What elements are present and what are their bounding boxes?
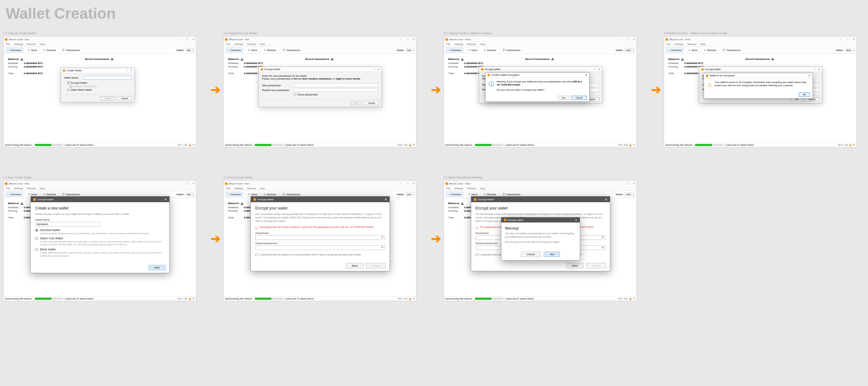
disable-keys-checkbox[interactable] bbox=[70, 85, 72, 88]
tab-send[interactable]: ➚Send bbox=[466, 192, 479, 197]
menu-file[interactable]: File bbox=[446, 187, 451, 190]
menu-settings[interactable]: Settings bbox=[234, 43, 243, 46]
menu-window[interactable]: Window bbox=[27, 43, 36, 46]
repeat-passphrase-input[interactable] bbox=[294, 88, 378, 92]
eye-icon[interactable]: 👁 bbox=[381, 246, 384, 249]
cancel-button[interactable]: Cancel bbox=[571, 96, 587, 100]
menu-window[interactable]: Window bbox=[247, 187, 256, 190]
maximize-icon[interactable]: □ bbox=[626, 38, 628, 41]
menu-window[interactable]: Window bbox=[27, 187, 36, 190]
ok-button[interactable]: OK bbox=[799, 92, 810, 97]
menu-file[interactable]: File bbox=[6, 187, 10, 190]
tab-overview[interactable]: ⌂Overview bbox=[225, 48, 243, 53]
close-icon[interactable]: ✕ bbox=[192, 38, 195, 41]
yes-button[interactable]: Yes bbox=[558, 96, 569, 100]
close-icon[interactable]: ✕ bbox=[192, 182, 195, 185]
close-icon[interactable]: ✕ bbox=[384, 198, 387, 201]
blank-wallet-checkbox[interactable] bbox=[67, 89, 70, 91]
create-button[interactable]: Create bbox=[100, 96, 115, 100]
acknowledge-checkbox[interactable] bbox=[255, 254, 258, 256]
tab-receive[interactable]: ➘Receive bbox=[702, 48, 718, 52]
menu-settings[interactable]: Settings bbox=[675, 43, 684, 46]
menu-window[interactable]: Window bbox=[687, 43, 696, 46]
maximize-icon[interactable]: □ bbox=[626, 182, 628, 185]
close-icon[interactable]: ✕ bbox=[853, 38, 855, 41]
tab-receive[interactable]: ➘Receive bbox=[41, 192, 58, 197]
tab-overview[interactable]: ⌂Overview bbox=[666, 48, 684, 53]
tab-receive[interactable]: ➘Receive bbox=[261, 48, 278, 52]
help-icon[interactable]: ? bbox=[814, 68, 815, 71]
radio-blank[interactable] bbox=[35, 248, 38, 251]
close-icon[interactable]: ✕ bbox=[633, 38, 635, 41]
menu-settings[interactable]: Settings bbox=[234, 187, 243, 190]
close-icon[interactable]: ✕ bbox=[575, 219, 577, 221]
maximize-icon[interactable]: □ bbox=[406, 38, 408, 41]
maximize-icon[interactable]: □ bbox=[846, 38, 848, 41]
menu-file[interactable]: File bbox=[226, 187, 230, 190]
wallet-name-input[interactable] bbox=[35, 222, 100, 227]
close-icon[interactable]: ✕ bbox=[412, 182, 415, 185]
tab-transactions[interactable]: ☰Transactions bbox=[281, 48, 303, 52]
maximize-icon[interactable]: □ bbox=[186, 182, 188, 185]
menu-settings[interactable]: Settings bbox=[454, 187, 463, 190]
cancel-button[interactable]: Cancel bbox=[521, 251, 541, 257]
close-icon[interactable]: ✕ bbox=[808, 74, 811, 77]
wallet-selector[interactable]: test1 bbox=[624, 193, 634, 196]
tab-transactions[interactable]: ☰Transactions bbox=[60, 48, 82, 52]
close-icon[interactable]: ✕ bbox=[164, 198, 167, 201]
yes-button[interactable]: Yes bbox=[544, 251, 560, 257]
tab-send[interactable]: ➚Send bbox=[686, 48, 700, 52]
help-icon[interactable]: ? bbox=[594, 68, 595, 71]
tab-overview[interactable]: ⌂Overview bbox=[5, 48, 23, 53]
menu-file[interactable]: File bbox=[6, 43, 10, 46]
menu-help[interactable]: Help bbox=[260, 187, 265, 190]
minimize-icon[interactable]: − bbox=[620, 38, 622, 41]
wallet-selector[interactable]: test1 bbox=[845, 49, 855, 52]
tab-receive[interactable]: ➘Receive bbox=[41, 48, 58, 52]
tab-overview[interactable]: ⌂Overview bbox=[446, 192, 464, 197]
create-button[interactable]: Create bbox=[366, 263, 386, 268]
wallet-selector[interactable]: test bbox=[186, 193, 194, 196]
menu-help[interactable]: Help bbox=[480, 43, 485, 46]
menu-window[interactable]: Window bbox=[247, 43, 256, 46]
help-icon[interactable]: ? bbox=[374, 68, 375, 71]
new-passphrase-input[interactable] bbox=[294, 83, 378, 87]
tab-send[interactable]: ➚Send bbox=[26, 192, 39, 197]
eye-icon[interactable]: 👁 bbox=[601, 236, 604, 239]
wallet-name-input[interactable] bbox=[83, 76, 131, 80]
tab-receive[interactable]: ➘Receive bbox=[482, 192, 498, 197]
tab-send[interactable]: ➚Send bbox=[246, 48, 259, 52]
menu-window[interactable]: Window bbox=[467, 43, 476, 46]
menu-help[interactable]: Help bbox=[260, 43, 265, 46]
tab-transactions[interactable]: ☰Transactions bbox=[501, 192, 523, 197]
close-icon[interactable]: ✕ bbox=[585, 73, 587, 77]
minimize-icon[interactable]: − bbox=[400, 182, 402, 185]
tab-transactions[interactable]: ☰Transactions bbox=[721, 48, 743, 52]
eye-icon[interactable]: 👁 bbox=[601, 246, 604, 249]
menu-window[interactable]: Window bbox=[467, 187, 476, 190]
menu-help[interactable]: Help bbox=[39, 43, 45, 46]
maximize-icon[interactable]: □ bbox=[406, 182, 408, 185]
ok-button[interactable]: OK bbox=[350, 101, 362, 105]
close-icon[interactable]: ✕ bbox=[605, 198, 608, 201]
minimize-icon[interactable]: − bbox=[400, 38, 402, 41]
tab-send[interactable]: ➚Send bbox=[246, 192, 259, 197]
menu-help[interactable]: Help bbox=[700, 43, 705, 46]
next-button[interactable]: Next bbox=[149, 265, 166, 270]
help-icon[interactable]: ? bbox=[127, 69, 128, 72]
show-passphrase-checkbox[interactable] bbox=[294, 93, 297, 96]
close-icon[interactable]: ✕ bbox=[377, 68, 380, 71]
tab-receive[interactable]: ➘Receive bbox=[261, 192, 278, 197]
close-icon[interactable]: ✕ bbox=[633, 182, 635, 185]
minimize-icon[interactable]: − bbox=[180, 182, 182, 185]
tab-send[interactable]: ➚Send bbox=[26, 48, 39, 52]
cancel-button[interactable]: Cancel bbox=[117, 96, 132, 100]
maximize-icon[interactable]: □ bbox=[186, 38, 188, 41]
tab-overview[interactable]: ⌂Overview bbox=[446, 48, 464, 53]
radio-standard[interactable] bbox=[35, 229, 38, 232]
repeat-passphrase-input[interactable] bbox=[255, 245, 385, 250]
menu-settings[interactable]: Settings bbox=[14, 187, 23, 190]
menu-file[interactable]: File bbox=[666, 43, 671, 46]
minimize-icon[interactable]: − bbox=[620, 182, 622, 185]
menu-help[interactable]: Help bbox=[39, 187, 45, 190]
